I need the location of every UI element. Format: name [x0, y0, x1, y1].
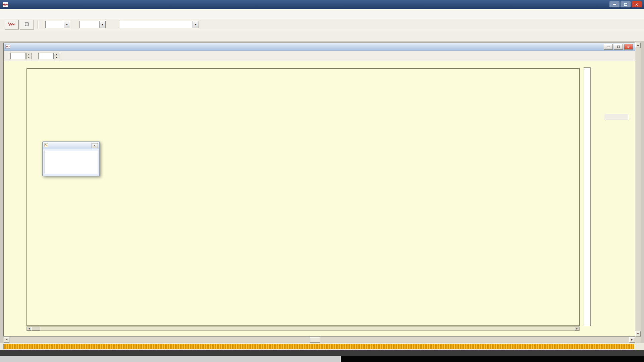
avg-select[interactable]: ▼: [45, 21, 70, 28]
scroll-up-icon[interactable]: ▲: [635, 43, 641, 48]
workspace-horizontal-scrollbar[interactable]: ◄ ►: [3, 337, 635, 343]
run-button[interactable]: [5, 20, 19, 29]
menu-bar: [0, 9, 644, 19]
thd-title-bar[interactable]: ×: [43, 142, 99, 149]
spectrum-plot[interactable]: [26, 68, 580, 326]
plot-range-value[interactable]: [38, 53, 54, 59]
maximize-button[interactable]: [621, 1, 631, 7]
scroll-down-icon[interactable]: ▼: [635, 331, 641, 337]
step-down-icon[interactable]: ▼: [54, 56, 59, 59]
scrollbar-thumb[interactable]: [32, 327, 40, 330]
close-icon: ×: [94, 144, 96, 147]
maximize-icon: [624, 3, 627, 6]
spectrum-window-controls: ×: [603, 44, 633, 50]
minimize-icon: [607, 47, 610, 47]
thd-body: [45, 151, 98, 174]
run-icon: [8, 22, 16, 27]
buffer-progress-bar: [3, 344, 635, 349]
plot-horizontal-scrollbar[interactable]: ◄ ►: [26, 326, 580, 331]
progress-orange-segment: [4, 344, 634, 349]
spectrum-maximize-button[interactable]: [614, 44, 623, 50]
chevron-down-icon: ▼: [193, 21, 199, 28]
spectrum-window-icon: [5, 44, 10, 50]
spectrum-title-bar[interactable]: ×: [4, 43, 635, 51]
spectrum-toolbar: ▲▼ ▲▼: [4, 51, 635, 61]
stop-button[interactable]: [20, 20, 34, 29]
plot-top-spinner[interactable]: ▲▼: [10, 53, 32, 59]
window-bottom-edge: [0, 350, 644, 356]
scroll-right-icon[interactable]: ►: [629, 337, 635, 343]
window-controls: ×: [609, 1, 642, 7]
maximize-icon: [617, 46, 620, 48]
spectrum-minimize-button[interactable]: [604, 44, 613, 50]
title-bar: ×: [0, 0, 644, 9]
close-icon: ×: [635, 2, 638, 7]
thd-window-icon: [44, 142, 48, 148]
minimize-icon: [613, 4, 616, 5]
spectrum-close-button[interactable]: ×: [624, 44, 633, 50]
chevron-down-icon: ▼: [99, 21, 105, 28]
power-bar: [584, 67, 591, 326]
thd-window[interactable]: ×: [42, 141, 100, 176]
application-window: × ▼ ▼ ▼: [0, 0, 644, 362]
status-bar: [0, 343, 644, 350]
spectrum-window: × ▲▼ ▲▼ ◄ ►: [3, 43, 635, 337]
close-button[interactable]: ×: [632, 1, 642, 7]
y-axis-label: [6, 179, 11, 216]
toolbar-separator: [38, 20, 39, 28]
plot-top-steppers[interactable]: ▲▼: [26, 53, 32, 59]
close-icon: ×: [627, 45, 629, 49]
taskbar-dark-segment: [341, 356, 644, 362]
scroll-right-icon[interactable]: ►: [575, 327, 579, 330]
plot-range-steppers[interactable]: ▲▼: [54, 53, 59, 59]
plot-range-spinner[interactable]: ▲▼: [38, 53, 59, 59]
chevron-down-icon: ▼: [64, 21, 70, 28]
thd-close-button[interactable]: ×: [92, 143, 98, 148]
load-configuration-select[interactable]: ▼: [120, 21, 199, 28]
step-down-icon[interactable]: ▼: [26, 56, 32, 59]
overlays-options-button[interactable]: [604, 114, 628, 120]
taskbar-strip: [0, 356, 644, 362]
stop-icon: [25, 22, 29, 27]
minimize-button[interactable]: [609, 1, 620, 7]
step-up-icon[interactable]: ▲: [26, 53, 32, 56]
peak-hold-select[interactable]: ▼: [79, 21, 106, 28]
app-icon: [3, 2, 8, 7]
main-toolbar: ▼ ▼ ▼: [0, 19, 644, 30]
plot-top-value[interactable]: [10, 53, 26, 59]
scrollbar-corner: [635, 337, 641, 343]
scroll-left-icon[interactable]: ◄: [4, 337, 9, 343]
scroll-left-icon[interactable]: ◄: [27, 327, 31, 330]
scrollbar-thumb[interactable]: [310, 337, 320, 343]
secondary-toolbar: [0, 30, 644, 41]
step-up-icon[interactable]: ▲: [54, 53, 59, 56]
workspace-vertical-scrollbar[interactable]: ▲ ▼: [635, 43, 641, 337]
